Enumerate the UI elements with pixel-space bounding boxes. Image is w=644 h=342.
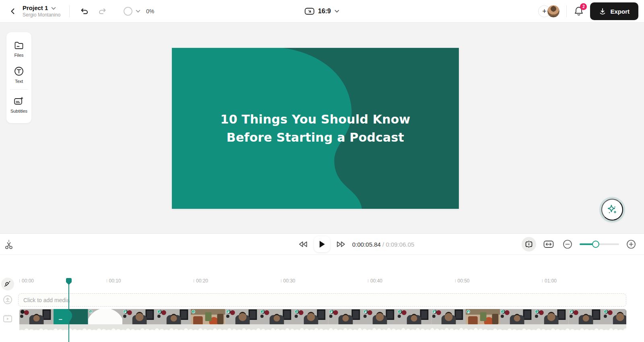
video-track-icon[interactable] bbox=[3, 314, 12, 323]
total-time: 0:09:06.05 bbox=[386, 241, 414, 248]
ruler-label: 00:30 bbox=[281, 278, 295, 284]
back-button[interactable] bbox=[7, 6, 19, 17]
redo-icon bbox=[98, 7, 107, 15]
slider-handle[interactable] bbox=[592, 241, 599, 248]
sidebar-item-subtitles[interactable]: Subtitles bbox=[6, 91, 31, 117]
sparkles-icon bbox=[607, 204, 618, 215]
sidebar-item-text[interactable]: Text bbox=[6, 62, 31, 88]
upload-circle-icon bbox=[3, 295, 12, 305]
fast-forward-icon bbox=[336, 241, 346, 248]
notification-badge: 2 bbox=[580, 3, 587, 10]
export-button[interactable]: Export bbox=[590, 2, 638, 20]
top-bar: Project 1 Sergio Montanino 0% bbox=[0, 0, 644, 23]
slide-title-line2: Before Starting a Podcast bbox=[172, 128, 459, 146]
split-clip-icon bbox=[525, 240, 533, 248]
divider bbox=[69, 5, 70, 17]
clip-thumbnail-person-wide bbox=[569, 309, 603, 330]
rewind-button[interactable] bbox=[296, 239, 310, 249]
chevron-down-icon[interactable] bbox=[136, 10, 140, 13]
timeline-zoom-slider[interactable] bbox=[580, 241, 619, 248]
ruler-label: 00:00 bbox=[19, 278, 34, 284]
timeline-panel: 0:00:05.84 / 0:09:06.05 bbox=[0, 233, 644, 342]
fit-timeline-button[interactable] bbox=[542, 239, 555, 250]
ruler-label: 01:00 bbox=[542, 278, 557, 284]
split-button[interactable] bbox=[2, 238, 15, 251]
chevron-left-icon bbox=[9, 8, 17, 15]
play-icon bbox=[318, 240, 326, 248]
avatar[interactable] bbox=[547, 5, 560, 18]
folder-icon bbox=[14, 41, 24, 50]
chevron-down-icon bbox=[334, 10, 339, 13]
clip-thumbnail-person-close bbox=[603, 309, 626, 330]
minus-circle-icon bbox=[563, 239, 572, 249]
sidebar-label-files: Files bbox=[14, 53, 23, 58]
left-sidebar: Files Text Subtitles bbox=[6, 32, 31, 123]
clip-marker-badge bbox=[466, 310, 470, 313]
ruler-label: 00:10 bbox=[107, 278, 121, 284]
zoom-in-button[interactable] bbox=[625, 238, 638, 251]
video-track[interactable] bbox=[19, 309, 626, 330]
sidebar-item-files[interactable]: Files bbox=[6, 36, 31, 62]
divider bbox=[10, 89, 28, 90]
clip-thumbnail-slide-circle bbox=[88, 309, 122, 330]
export-label: Export bbox=[610, 8, 630, 15]
chevron-down-icon[interactable] bbox=[51, 7, 56, 10]
video-canvas[interactable]: 10 Things You Should Know Before Startin… bbox=[172, 48, 459, 209]
fit-width-icon bbox=[543, 240, 554, 248]
slide-title[interactable]: 10 Things You Should Know Before Startin… bbox=[172, 110, 459, 146]
clip-marker-badge bbox=[260, 310, 264, 313]
subtitles-icon bbox=[14, 96, 24, 106]
scissors-icon bbox=[4, 239, 14, 250]
ruler-label: 00:40 bbox=[368, 278, 382, 284]
redo-button[interactable] bbox=[96, 6, 108, 17]
project-info: Project 1 Sergio Montanino bbox=[23, 4, 60, 18]
play-button[interactable] bbox=[314, 236, 330, 252]
ruler-label: 00:20 bbox=[194, 278, 208, 284]
fast-forward-button[interactable] bbox=[334, 239, 348, 249]
plus-circle-icon bbox=[626, 239, 636, 249]
download-icon bbox=[599, 8, 606, 15]
clip-marker-badge bbox=[226, 310, 230, 313]
undo-button[interactable] bbox=[78, 6, 91, 17]
clip-marker-badge bbox=[432, 310, 436, 313]
notifications-button[interactable]: 2 bbox=[574, 6, 584, 16]
sidebar-label-text: Text bbox=[15, 79, 23, 84]
aspect-ratio-selector[interactable]: 16:9 bbox=[305, 0, 339, 23]
text-icon bbox=[14, 66, 24, 76]
playback-toolbar: 0:00:05.84 / 0:09:06.05 bbox=[0, 234, 644, 255]
clip-thumbnail-person-close bbox=[363, 309, 397, 330]
time-separator: / bbox=[381, 241, 386, 248]
workspace: Files Text Subtitles 10 Things You Shoul… bbox=[0, 23, 644, 233]
add-media-track[interactable]: Click to add media bbox=[18, 293, 626, 307]
project-title[interactable]: Project 1 bbox=[23, 4, 48, 12]
time-display: 0:00:05.84 / 0:09:06.05 bbox=[352, 234, 414, 255]
add-media-track-icon[interactable] bbox=[3, 295, 12, 305]
clip-marker-badge bbox=[604, 310, 607, 313]
ai-assistant-button[interactable] bbox=[601, 199, 623, 220]
clip-thumbnail-scene bbox=[466, 309, 500, 330]
clip-thumbnail-person-close bbox=[534, 309, 568, 330]
clip-marker-badge bbox=[363, 310, 367, 313]
clip-thumbnail-scene bbox=[191, 309, 225, 330]
clip-marker-badge bbox=[329, 310, 333, 313]
slide-title-line1: 10 Things You Should Know bbox=[172, 110, 459, 128]
clip-marker-badge bbox=[123, 310, 127, 313]
clip-thumbnail-person-wide bbox=[500, 309, 534, 330]
aspect-ratio-value: 16:9 bbox=[318, 8, 331, 15]
clip-marker-badge bbox=[89, 310, 93, 313]
project-owner: Sergio Montanino bbox=[23, 12, 60, 18]
timeline-ruler[interactable]: 00:0000:1000:2000:3000:4000:5001:00 bbox=[0, 278, 644, 287]
zoom-out-button[interactable] bbox=[561, 238, 574, 251]
film-clip-icon bbox=[3, 314, 12, 323]
sidebar-label-subtitles: Subtitles bbox=[10, 109, 27, 113]
ruler-label: 00:50 bbox=[455, 278, 470, 284]
clip-thumbnail-person-close bbox=[122, 309, 157, 330]
aspect-ratio-icon bbox=[305, 8, 314, 15]
clip-marker-badge bbox=[570, 310, 573, 313]
video-editor-app: Project 1 Sergio Montanino 0% bbox=[0, 0, 644, 342]
rewind-icon bbox=[298, 241, 308, 248]
upload-progress-circle[interactable] bbox=[124, 7, 132, 16]
split-clip-button[interactable] bbox=[522, 237, 536, 251]
timeline: 00:0000:1000:2000:3000:4000:5001:00 Clic… bbox=[0, 255, 644, 342]
upload-progress-label: 0% bbox=[146, 8, 154, 14]
